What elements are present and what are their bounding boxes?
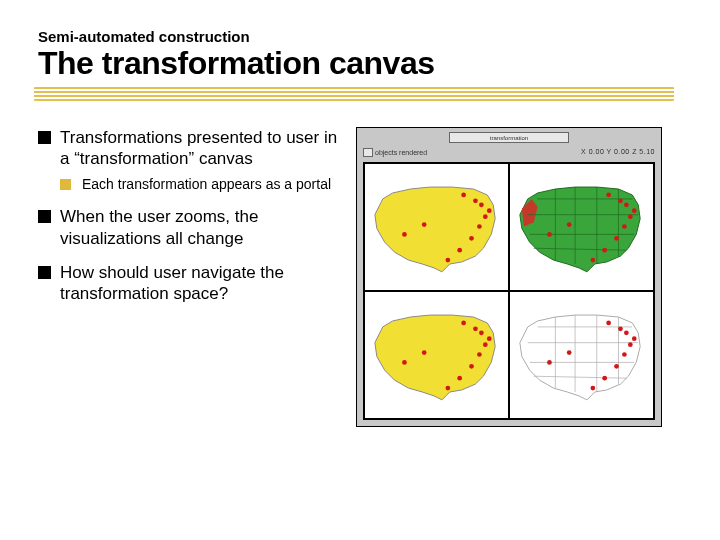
- svg-point-3: [469, 236, 474, 241]
- svg-point-42: [567, 350, 572, 355]
- canvas-header-right: X 0.00 Y 0.00 Z 5.10: [581, 148, 655, 155]
- svg-point-7: [473, 198, 478, 203]
- svg-point-22: [479, 330, 484, 335]
- title-underline: [34, 87, 674, 101]
- bullet-text: When the user zooms, the visualizations …: [60, 207, 258, 248]
- svg-point-20: [567, 222, 572, 227]
- svg-point-1: [483, 214, 488, 219]
- canvas-cell: [509, 163, 654, 291]
- figure-column: transformation objects rendered X 0.00 Y…: [356, 127, 666, 427]
- svg-point-41: [606, 320, 611, 325]
- kicker-text: Semi-automated construction: [38, 28, 682, 45]
- transformation-canvas: transformation objects rendered X 0.00 Y…: [356, 127, 662, 427]
- bullet-item: How should user navigate the transformat…: [38, 262, 338, 306]
- svg-point-21: [547, 232, 552, 237]
- svg-point-23: [483, 342, 488, 347]
- svg-point-28: [487, 336, 492, 341]
- svg-point-2: [477, 224, 482, 229]
- svg-point-18: [618, 198, 623, 203]
- svg-point-0: [479, 202, 484, 207]
- svg-point-33: [624, 330, 629, 335]
- svg-point-34: [628, 342, 633, 347]
- bullet-column: Transformations presented to user in a “…: [38, 127, 338, 427]
- canvas-cell: [364, 163, 509, 291]
- svg-point-36: [614, 364, 619, 369]
- svg-point-26: [457, 375, 462, 380]
- sub-bullet-item: Each transformation appears as a portal: [60, 176, 338, 194]
- canvas-grid: [363, 162, 655, 420]
- svg-point-39: [632, 336, 637, 341]
- svg-point-32: [402, 360, 407, 365]
- svg-point-35: [622, 352, 627, 357]
- svg-point-29: [473, 326, 478, 331]
- svg-point-37: [602, 375, 607, 380]
- svg-point-11: [624, 202, 629, 207]
- svg-point-14: [614, 236, 619, 241]
- svg-point-12: [628, 214, 633, 219]
- bullet-text: Transformations presented to user in a “…: [60, 128, 337, 169]
- svg-point-24: [477, 352, 482, 357]
- svg-point-38: [590, 385, 595, 390]
- canvas-header-left: objects rendered: [363, 148, 427, 158]
- svg-point-8: [461, 192, 466, 197]
- svg-point-13: [622, 224, 627, 229]
- svg-point-4: [457, 247, 462, 252]
- svg-point-9: [422, 222, 427, 227]
- svg-point-6: [487, 208, 492, 213]
- svg-point-43: [547, 360, 552, 365]
- svg-point-27: [445, 385, 450, 390]
- bullet-item: When the user zooms, the visualizations …: [38, 206, 338, 250]
- svg-point-40: [618, 326, 623, 331]
- svg-point-17: [632, 208, 637, 213]
- bullet-text: How should user navigate the transformat…: [60, 263, 284, 304]
- svg-point-15: [602, 247, 607, 252]
- svg-point-5: [445, 257, 450, 262]
- svg-point-31: [422, 350, 427, 355]
- bullet-item: Transformations presented to user in a “…: [38, 127, 338, 194]
- svg-point-25: [469, 364, 474, 369]
- svg-point-19: [606, 192, 611, 197]
- canvas-cell: [364, 291, 509, 419]
- page-title: The transformation canvas: [38, 47, 682, 81]
- canvas-cell: [509, 291, 654, 419]
- svg-point-16: [590, 257, 595, 262]
- svg-point-10: [402, 232, 407, 237]
- svg-point-30: [461, 320, 466, 325]
- canvas-header-center: transformation: [449, 132, 569, 143]
